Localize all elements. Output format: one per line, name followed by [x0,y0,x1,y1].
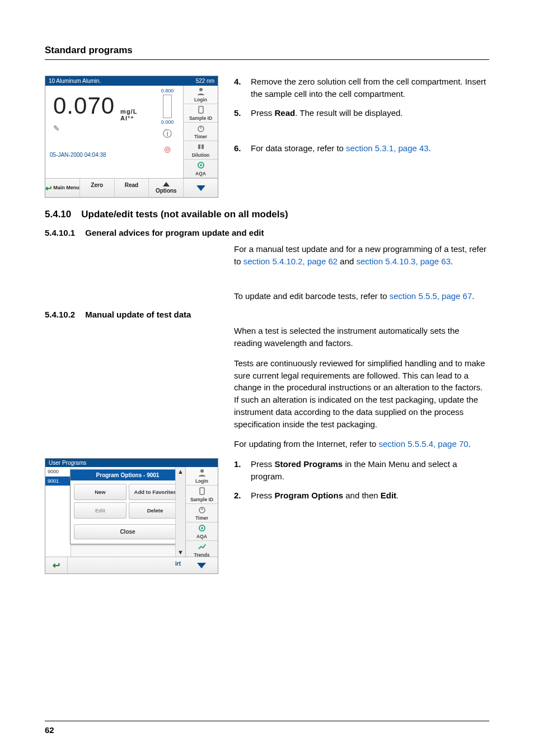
svg-rect-1 [199,106,203,113]
paragraph: When a test is selected the instrument a… [234,325,489,349]
program-title: 10 Aluminum Alumin. [49,78,101,84]
device-screenshot-program-options: User Programs 9000 9001 g/L Program Opti… [45,458,218,574]
sidebar-aqa[interactable]: AQA [186,522,218,541]
edit-icon[interactable]: ✎ [53,124,147,133]
program-id-list[interactable]: 9000 9001 [45,467,71,557]
step-text: Press Stored Programs in the Main Menu a… [251,458,489,483]
sidebar-sample-id[interactable]: Sample ID [184,104,218,123]
section-link[interactable]: section 5.4.10.3, page 63 [357,256,451,266]
sidebar-timer[interactable]: Timer [186,504,218,522]
header-rule [45,59,489,60]
back-button[interactable]: ↩ [45,557,68,573]
step-number: 1. [234,458,243,483]
add-to-favorites-button[interactable]: Add to Favorites [129,484,181,500]
step-text: Press Program Options and then Edit. [251,489,489,502]
heading-5-4-10-1: 5.4.10.1 General advices for program upd… [45,228,489,237]
scale-max: 0.800 [154,88,181,94]
scrollbar[interactable]: ▲ ▼ [175,467,185,557]
confirm-button[interactable] [185,557,218,573]
options-button[interactable]: Options [149,179,184,197]
step-number: 5. [234,107,243,119]
sidebar-login[interactable]: Login [184,86,218,104]
step-list-1: 4. Remove the zero solution cell from th… [234,76,489,155]
confirm-button[interactable] [184,179,218,197]
paragraph: For a manual test update and for a new p… [234,243,489,268]
section-link[interactable]: section 5.5.5.4, page 70 [378,439,468,449]
paragraph: Tests are continuously reviewed for simp… [234,357,489,431]
svg-rect-8 [200,488,204,494]
heading-5-4-10: 5.4.10 Update/edit tests (not available … [45,209,489,220]
step-list-2: 1. Press Stored Programs in the Main Men… [234,458,489,501]
timestamp: 05-JAN-2000 04:04:38 [50,152,147,158]
page-number: 62 [45,725,54,735]
step-number: 2. [234,489,243,502]
sidebar-dilution[interactable]: Dilution [184,141,218,160]
window-title: User Programs [45,459,218,467]
running-header: Standard programs [45,45,489,56]
heading-5-4-10-2: 5.4.10.2 Manual update of test data [45,310,489,319]
target-icon[interactable]: ◎ [154,144,181,153]
svg-point-11 [201,528,203,529]
step-number: 4. [234,76,243,100]
new-button[interactable]: New [74,484,127,500]
unit-element: Al³⁺ [120,115,137,122]
main-menu-button[interactable]: ↩ Main Menu [45,179,80,197]
section-link[interactable]: section 5.4.10.2, page 62 [243,256,338,266]
svg-point-0 [199,88,203,91]
scale-min: 0.000 [154,119,181,125]
sidebar-aqa[interactable]: AQA [184,160,218,178]
paragraph: For updating from the Internet, refer to… [234,438,489,450]
step-text: For data storage, refer to section 5.3.1… [251,142,489,155]
step-text: Remove the zero solution cell from the c… [251,76,489,100]
bottom-label: irt [68,557,185,573]
svg-rect-4 [202,144,204,149]
paragraph: To update and edit barcode tests, refer … [234,290,489,302]
section-link[interactable]: section 5.3.1, page 43 [346,143,429,153]
sidebar-sample-id[interactable]: Sample ID [186,486,218,504]
sidebar-login[interactable]: Login [186,467,218,486]
section-link[interactable]: section 5.5.5, page 67 [390,291,472,301]
dialog-title: Program Options - 9001 [71,470,185,480]
read-button[interactable]: Read [115,179,149,197]
footer-rule [45,721,489,721]
svg-point-6 [200,165,202,166]
unit-mgL: mg/L [120,108,137,115]
step-text: Press Read. The result will be displayed… [251,107,489,119]
close-button[interactable]: Close [74,524,181,539]
program-options-dialog: Program Options - 9001 New Add to Favori… [70,469,185,544]
info-icon[interactable]: ⓘ [154,128,181,140]
svg-rect-3 [198,144,200,149]
svg-point-7 [200,469,204,473]
device-screenshot-reading: 10 Aluminum Alumin. 522 nm 0.070 mg/L Al… [45,76,218,198]
wavelength-label: 522 nm [196,78,214,84]
edit-button[interactable]: Edit [74,502,127,519]
reading-value: 0.070 [53,92,115,119]
step-number: 6. [234,142,243,155]
zero-button[interactable]: Zero [80,179,115,197]
sidebar-timer[interactable]: Timer [184,123,218,141]
scale-bar [163,95,172,118]
delete-button[interactable]: Delete [129,502,181,519]
